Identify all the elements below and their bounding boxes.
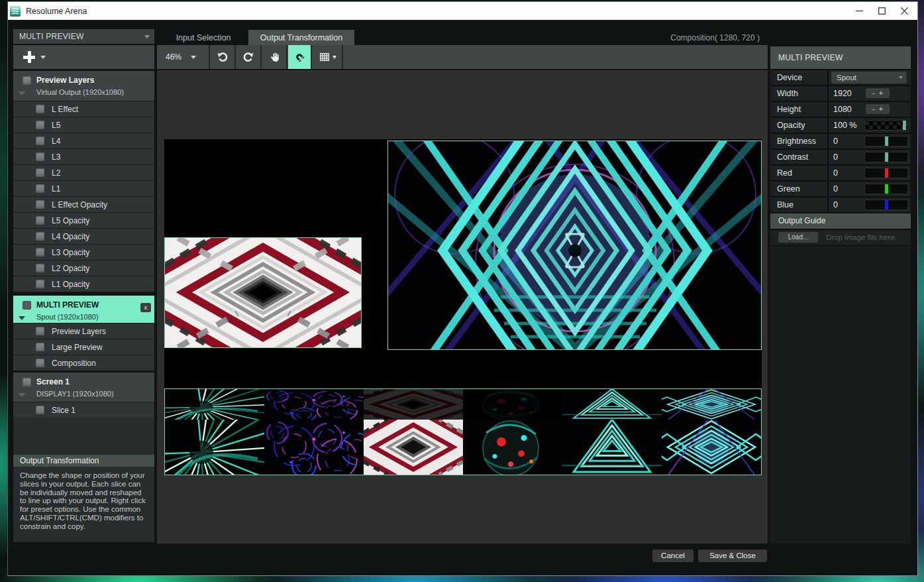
checkbox[interactable]: [36, 121, 44, 129]
output-guide-header: Output Guide: [770, 213, 911, 229]
chevron-down-icon: [333, 56, 336, 59]
checkbox[interactable]: [36, 264, 44, 272]
cancel-button[interactable]: Cancel: [652, 550, 693, 562]
expand-triangle-icon[interactable]: [19, 91, 25, 95]
checkbox[interactable]: [36, 248, 44, 257]
tree-item-l2-opacity[interactable]: L2 Opacity: [13, 260, 154, 276]
red-slider[interactable]: [864, 168, 908, 178]
undo-button[interactable]: [211, 45, 236, 69]
output-guide-row: Load... Drop image file here.: [770, 230, 911, 245]
tree-item-preview-layers[interactable]: Preview Layers: [13, 323, 154, 339]
tree-item-l2[interactable]: L2: [13, 164, 154, 180]
checkbox[interactable]: [36, 168, 44, 177]
filmstrip-cell-swirl: [264, 420, 364, 475]
checkbox[interactable]: [36, 184, 44, 193]
composition-preview-image[interactable]: [387, 141, 762, 350]
filmstrip-cell-triangles: [562, 389, 662, 420]
checkbox[interactable]: [36, 343, 44, 351]
opacity-slider[interactable]: [864, 120, 908, 131]
checkbox[interactable]: [36, 137, 44, 145]
chevron-down-icon: [40, 56, 46, 59]
remove-output-button[interactable]: x: [140, 303, 151, 312]
height-stepper[interactable]: - +: [866, 104, 890, 114]
maximize-button[interactable]: [870, 2, 893, 20]
tree-item-l3[interactable]: L3: [13, 148, 154, 164]
tree-empty-area: [13, 418, 154, 455]
panel-empty-area: [770, 246, 911, 544]
expand-triangle-icon[interactable]: [19, 316, 25, 320]
property-row-device: DeviceSpout: [770, 70, 911, 85]
filmstrip-cell-fan: [165, 389, 264, 420]
close-button[interactable]: [893, 2, 915, 20]
property-row-green: Green0: [770, 182, 911, 196]
filmstrip-cell-teal-diamond: [662, 389, 761, 420]
composition-size-label: Composition( 1280, 720 ): [604, 30, 760, 45]
tree-item-composition[interactable]: Composition: [13, 355, 154, 371]
checkbox[interactable]: [36, 152, 44, 161]
expand-triangle-icon[interactable]: [19, 393, 25, 397]
multi-preview-image[interactable]: [164, 237, 362, 348]
layer-filmstrip[interactable]: [164, 388, 762, 475]
zoom-level-dropdown[interactable]: 46%: [157, 45, 210, 69]
add-slice-button[interactable]: [13, 45, 154, 69]
load-image-button[interactable]: Load...: [778, 232, 818, 243]
blue-slider[interactable]: [864, 200, 908, 210]
grid-icon: [319, 51, 331, 63]
tree-group-multi-preview[interactable]: MULTI PREVIEWSpout (1920x1080)x: [13, 296, 154, 323]
preview-preset-dropdown[interactable]: MULTI PREVIEW: [13, 29, 154, 44]
properties-panel: MULTI PREVIEW DeviceSpoutWidth1920- +Hei…: [770, 46, 911, 544]
checkbox[interactable]: [36, 406, 44, 414]
checkbox[interactable]: [36, 200, 44, 209]
brightness-slider[interactable]: [864, 136, 908, 146]
filmstrip-cell-red-diamond: [364, 420, 463, 475]
transform-tool-button[interactable]: [288, 45, 312, 69]
output-canvas[interactable]: [157, 70, 768, 544]
filmstrip-row-bottom: [165, 420, 761, 475]
grid-options-button[interactable]: [313, 45, 343, 69]
checkbox[interactable]: [36, 232, 44, 241]
property-row-brightness: Brightness0: [770, 134, 911, 148]
tree-item-large-preview[interactable]: Large Preview: [13, 339, 154, 355]
pan-tool-button[interactable]: [262, 45, 287, 69]
tree-item-l1-opacity[interactable]: L1 Opacity: [13, 276, 154, 292]
tree-item-slice-1[interactable]: Slice 1: [13, 402, 154, 418]
tree-item-l5-opacity[interactable]: L5 Opacity: [13, 212, 154, 228]
property-row-width: Width1920- +: [770, 86, 911, 101]
checkbox[interactable]: [23, 76, 31, 85]
tree-item-l-effect[interactable]: L Effect: [13, 101, 154, 117]
device-dropdown[interactable]: Spout: [831, 72, 907, 84]
checkbox[interactable]: [36, 327, 44, 335]
filmstrip-cell-red-diamond: [364, 389, 463, 420]
checkbox[interactable]: [36, 105, 44, 113]
width-stepper[interactable]: - +: [866, 88, 890, 98]
save-close-button[interactable]: Save & Close: [698, 550, 767, 562]
tree-item-l-effect-opacity[interactable]: L Effect Opacity: [13, 196, 154, 212]
info-panel-text: Change the shape or position of your sli…: [13, 467, 154, 542]
checkbox[interactable]: [36, 216, 44, 225]
filmstrip-cell-teal-diamond: [662, 420, 761, 475]
checkbox[interactable]: [36, 359, 44, 367]
tree-item-l4-opacity[interactable]: L4 Opacity: [13, 228, 154, 244]
tree-item-l5[interactable]: L5: [13, 117, 154, 133]
checkbox[interactable]: [23, 301, 31, 310]
checkbox[interactable]: [36, 280, 44, 288]
transform-magnet-icon: [293, 51, 305, 63]
plus-icon: [23, 51, 35, 63]
contrast-slider[interactable]: [864, 152, 908, 162]
undo-icon: [216, 50, 229, 64]
filmstrip-cell-triangles: [562, 420, 662, 475]
tree-item-l3-opacity[interactable]: L3 Opacity: [13, 244, 154, 260]
checkbox[interactable]: [23, 378, 31, 386]
tab-input-selection[interactable]: Input Selection: [157, 30, 250, 46]
green-slider[interactable]: [864, 184, 908, 194]
tree-group-preview-layers[interactable]: Preview LayersVirtual Output (1920x1080): [13, 71, 154, 101]
tree-item-l4[interactable]: L4: [13, 133, 154, 148]
tree-item-l1[interactable]: L1: [13, 180, 154, 196]
property-row-red: Red0: [770, 166, 911, 180]
tree-group-screen-1[interactable]: Screen 1DISPLAY1 (1920x1080): [13, 373, 154, 402]
resolume-logo-icon: [10, 6, 21, 17]
minimize-button[interactable]: [848, 2, 870, 20]
titlebar[interactable]: Resolume Arena: [8, 2, 917, 20]
chevron-down-icon: [899, 76, 903, 79]
redo-button[interactable]: [236, 45, 262, 69]
